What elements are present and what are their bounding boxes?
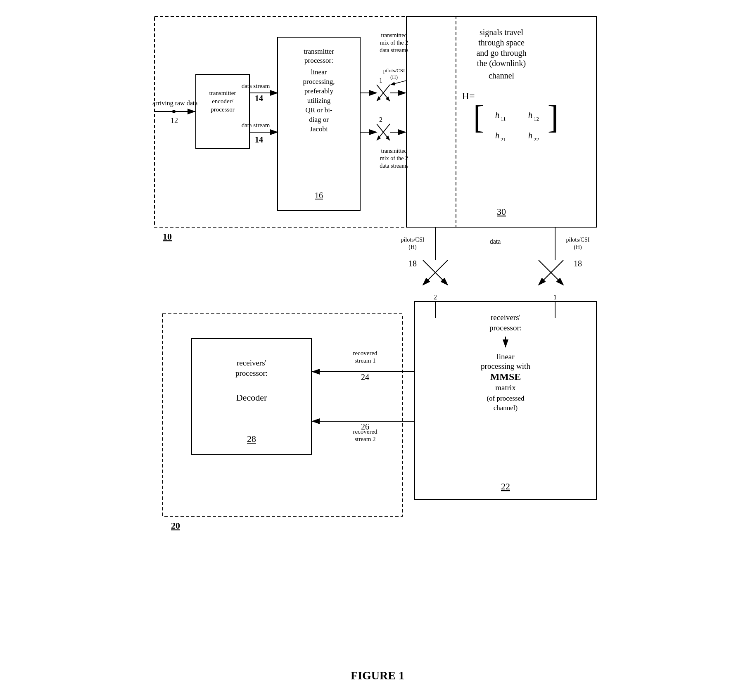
ant2-label: 2 [379,116,382,123]
receiver-system-label: 20 [171,520,180,531]
pilots-csi-right1: pilots/CSI [566,237,590,243]
rd-text3: Decoder [236,392,267,403]
channel-text2: through space [478,38,525,47]
rx-ant-2-label: 2 [434,294,437,301]
recovered-stream2-label2: stream 2 [354,436,375,442]
h12: h [528,110,532,119]
tp-text8: diag or [309,116,329,123]
rp-text6: matrix [495,383,516,392]
h11: h [495,110,499,119]
pilots-csi-right-num: 18 [574,259,582,268]
rp-number: 22 [501,481,510,491]
tx-mix-2-label3: data streams [380,163,408,169]
tp-number: 16 [315,191,323,200]
matrix-bracket-left: [ [473,99,484,135]
channel-text5: channel [489,71,515,80]
tx-mix-1-label2: mix of the 2 [380,40,408,46]
channel-number: 30 [497,206,506,217]
data-stream-bottom-number: 14 [255,135,263,144]
tp-text4: processing, [303,78,335,85]
channel-text3: and go through [476,48,526,58]
pilots-csi-arrow-top [391,81,406,85]
tp-text9: Jacobi [310,125,328,133]
rp-text2: processor: [489,323,522,332]
pilots-csi-left2: (H) [408,244,417,251]
diagram-container: 10 transmitter encoder/ processor arrivi… [150,12,605,653]
receiver-system-box [163,314,402,516]
pilots-csi-top-label1: pilots/CSI [383,67,405,74]
transmitter-encoder-text3: processor [211,106,234,113]
tp-text7: QR or bi- [305,106,332,114]
h22-sub: 22 [534,136,539,142]
arrow-24-label: 24 [361,373,369,382]
rp-text7: (of processed [487,394,525,402]
rx-ant-1-label: 1 [553,294,557,301]
transmitter-system-label: 10 [163,231,172,242]
tp-text2: processor: [304,57,333,64]
rp-text4: processing with [481,362,530,370]
arrow-26-label: 26 [361,422,369,431]
figure-label: FIGURE 1 [351,669,404,682]
h22: h [528,131,532,140]
rd-text1: receivers' [237,358,266,367]
rd-text2: processor: [235,369,268,377]
pilots-csi-left1: pilots/CSI [401,237,425,243]
tx-mix-2-label2: mix of the 2 [380,155,408,161]
data-stream-top-label: data stream [242,83,270,89]
matrix-bracket-right: ] [548,99,559,135]
rp-text1: receivers' [491,313,520,322]
rp-text3: linear [496,352,515,361]
transmitter-encoder-text2: encoder/ [212,98,233,104]
tp-text6: utilizing [307,97,331,104]
ant1-label: 1 [379,77,382,84]
tp-text5: preferably [304,87,333,95]
arriving-raw-data-label: arriving raw data [152,100,197,107]
tx-mix-2-label1: transmitted [381,148,407,154]
tx-mix-1-label3: data streams [380,47,408,53]
data-center-label: data [490,238,501,245]
node-12-label: 12 [171,116,178,125]
rp-text5: MMSE [490,371,521,382]
rp-text8: channel) [494,404,518,412]
recovered-stream1-label1: recovered [353,350,378,356]
h11-sub: 11 [501,116,506,122]
recovered-stream1-label2: stream 1 [354,357,375,364]
pilots-csi-right2: (H) [574,244,582,251]
h12-sub: 12 [534,116,539,122]
rd-number: 28 [247,434,256,444]
pilots-csi-top-label2: (H) [390,74,398,80]
h21: h [495,131,499,140]
h21-sub: 21 [501,136,506,142]
channel-text4: the (downlink) [477,59,526,68]
channel-text1: signals travel [480,28,524,37]
tp-text1: transmitter [304,47,334,55]
data-stream-bottom-label: data stream [242,122,270,128]
transmitter-encoder-text: transmitter [209,90,236,96]
data-stream-top-number: 14 [255,94,263,103]
tx-mix-1-label1: transmitted [381,32,407,38]
tp-text3: linear [311,68,327,76]
node-12 [172,110,176,113]
pilots-csi-left-num: 18 [408,259,417,268]
